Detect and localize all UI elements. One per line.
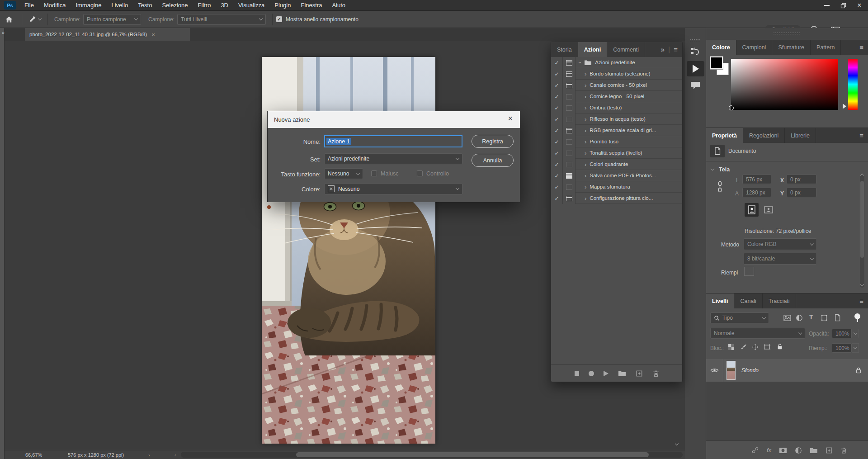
scroll-down-icon[interactable] — [860, 283, 864, 286]
lock-pixels-icon[interactable] — [740, 344, 747, 350]
filter-adjustment-icon[interactable] — [796, 314, 803, 322]
properties-scrollbar[interactable] — [860, 175, 864, 288]
panel-expand-strip[interactable] — [0, 28, 5, 459]
lock-transparency-icon[interactable] — [728, 344, 735, 350]
t ab-azioni[interactable]: Azioni — [578, 42, 608, 57]
check-icon[interactable]: ✓ — [551, 57, 563, 68]
action-row[interactable]: ✓›Mappa sfumatura — [551, 181, 682, 193]
eyedropper-tool-preset[interactable] — [26, 15, 44, 23]
blend-mode-select[interactable]: Normale — [710, 328, 805, 339]
menu-filtro[interactable]: Filtro — [193, 0, 216, 11]
dock-grip[interactable] — [690, 39, 701, 42]
action-row[interactable]: ✓›Tonalità seppia (livello) — [551, 147, 682, 159]
scroll-left-arrow[interactable]: ‹ — [175, 452, 176, 458]
height-input[interactable]: 1280 px — [742, 188, 771, 197]
tab-librerie[interactable]: Librerie — [785, 128, 816, 143]
dialog-toggle-icon[interactable] — [563, 80, 576, 91]
hue-slider-pointer[interactable] — [843, 104, 846, 109]
dialog-toggle-icon[interactable] — [563, 193, 576, 204]
check-icon[interactable]: ✓ — [551, 147, 563, 159]
actions-panel-icon[interactable] — [687, 61, 704, 76]
menu-selezione[interactable]: Selezione — [157, 0, 193, 11]
check-icon[interactable]: ✓ — [551, 80, 563, 91]
layer-row-sfondo[interactable]: Sfondo — [706, 359, 868, 382]
menu-file[interactable]: File — [19, 0, 39, 11]
chevron-right-icon[interactable]: › — [585, 195, 586, 202]
action-row[interactable]: ✓›Riflesso in acqua (testo) — [551, 114, 682, 125]
zoom-level[interactable]: 66,67% — [25, 452, 42, 458]
chevron-right-icon[interactable]: › — [585, 138, 586, 145]
trash-icon[interactable] — [652, 370, 660, 377]
menu-immagine[interactable]: Immagine — [71, 0, 106, 11]
link-layers-icon[interactable] — [751, 446, 759, 454]
scroll-up-icon[interactable] — [860, 174, 864, 177]
filter-smart-object-icon[interactable] — [834, 314, 841, 322]
action-row[interactable]: ✓›Salva come PDF di Photos... — [551, 170, 682, 181]
action-row[interactable]: ✓›Bordo sfumato (selezione) — [551, 68, 682, 80]
record-icon[interactable] — [589, 371, 594, 376]
menu-plugin[interactable]: Plugin — [269, 0, 296, 11]
layer-thumbnail[interactable] — [726, 361, 736, 380]
filter-frame-icon[interactable] — [821, 314, 828, 322]
play-icon[interactable] — [604, 371, 609, 376]
panel-menu-icon[interactable]: ≡ — [859, 132, 868, 139]
lock-position-icon[interactable] — [752, 344, 759, 350]
new-group-folder-icon[interactable] — [810, 447, 818, 454]
action-set-row[interactable]: ✓ › Azioni predefinite — [551, 57, 682, 68]
panel-menu-icon[interactable]: ≡ — [674, 46, 678, 53]
chevron-right-icon[interactable]: › — [585, 184, 586, 190]
new-layer-icon[interactable] — [826, 447, 833, 454]
dialog-toggle-icon[interactable] — [563, 91, 576, 102]
check-icon[interactable]: ✓ — [551, 102, 563, 114]
comments-panel-icon[interactable] — [690, 80, 701, 92]
fill-opacity-input[interactable]: 100% — [832, 343, 852, 353]
menu-finestra[interactable]: Finestra — [296, 0, 327, 11]
chevron-right-icon[interactable]: › — [585, 104, 586, 111]
action-row[interactable]: ✓›Canale cornice - 50 pixel — [551, 80, 682, 91]
menu-3d[interactable]: 3D — [216, 0, 233, 11]
dialog-toggle-icon[interactable] — [563, 147, 576, 159]
horizontal-scrollbar[interactable] — [181, 452, 683, 458]
check-icon[interactable]: ✓ — [551, 125, 563, 136]
lock-all-icon[interactable] — [777, 343, 783, 350]
check-icon[interactable]: ✓ — [551, 159, 563, 170]
bit-depth-select[interactable]: 8 bit/canale — [744, 253, 817, 265]
chain-link-icon[interactable] — [717, 181, 723, 193]
chevron-right-icon[interactable]: › — [585, 82, 586, 89]
action-row[interactable]: ✓›Configurazione pittura clo... — [551, 193, 682, 204]
dialog-toggle-icon[interactable] — [563, 68, 576, 80]
menu-visualizza[interactable]: Visualizza — [233, 0, 269, 11]
chevron-right-icon[interactable]: › — [585, 127, 586, 134]
ps-logo[interactable]: Ps — [4, 1, 16, 9]
tab-regolazioni[interactable]: Regolazioni — [743, 128, 785, 143]
dialog-toggle-icon[interactable] — [563, 181, 576, 193]
lock-artboard-icon[interactable] — [764, 344, 771, 350]
dialog-toggle-icon[interactable] — [563, 125, 576, 136]
check-icon[interactable]: ✓ — [551, 114, 563, 125]
dialog-toggle-icon[interactable] — [563, 159, 576, 170]
chevron-down-icon[interactable] — [711, 167, 714, 170]
tab-storia[interactable]: Storia — [551, 42, 578, 57]
tab-canali[interactable]: Canali — [734, 293, 762, 308]
tab-campioni[interactable]: Campioni — [736, 40, 773, 55]
adjustment-layer-icon[interactable] — [795, 447, 802, 454]
action-row[interactable]: ✓›Piombo fuso — [551, 136, 682, 147]
function-key-select[interactable]: Nessuno — [324, 168, 363, 179]
chevron-right-icon[interactable]: › — [585, 116, 586, 123]
new-set-folder-icon[interactable] — [618, 370, 626, 377]
sample-point-select[interactable]: Punto campione — [83, 14, 141, 25]
chevron-right-icon[interactable]: › — [585, 161, 586, 168]
chevron-right-icon[interactable]: › — [585, 71, 586, 77]
check-icon[interactable]: ✓ — [551, 193, 563, 204]
lock-icon[interactable] — [855, 367, 862, 374]
collapse-panel-icon[interactable]: » — [660, 46, 665, 54]
y-input[interactable]: 0 px — [787, 188, 816, 197]
panel-menu-icon[interactable]: ≡ — [859, 297, 868, 305]
minimize-icon[interactable] — [822, 1, 832, 10]
tab-commenti[interactable]: Commenti — [607, 42, 645, 57]
dialog-close-icon[interactable]: × — [508, 114, 513, 123]
fill-swatch[interactable] — [744, 267, 754, 276]
layer-visibility-cell[interactable] — [706, 359, 723, 382]
saturation-brightness-field[interactable] — [731, 59, 838, 110]
new-action-icon[interactable] — [636, 370, 643, 377]
